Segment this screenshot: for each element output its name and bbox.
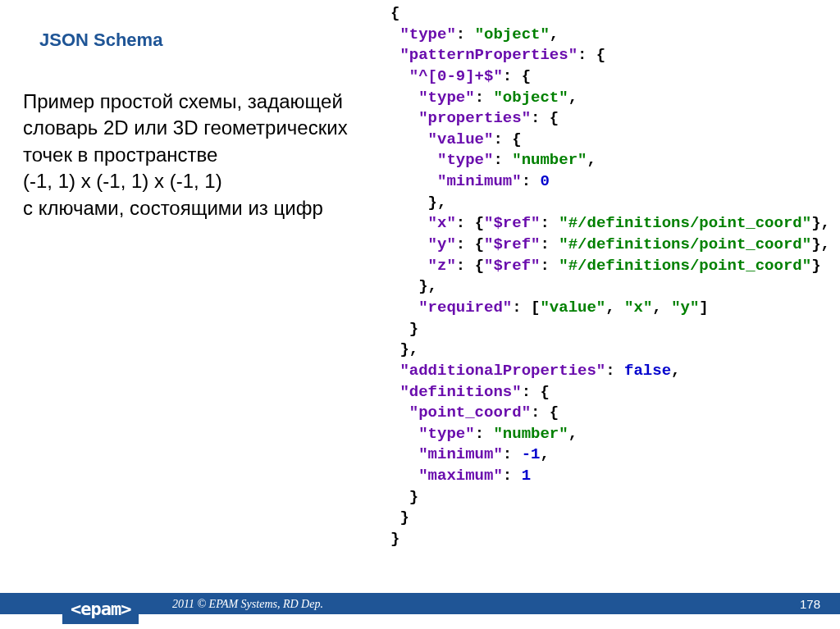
code-str: "object": [493, 89, 568, 107]
code-punct: :: [475, 89, 494, 107]
slide-title: JSON Schema: [39, 30, 162, 51]
code-punct: }: [390, 488, 418, 506]
code-punct: : {: [456, 257, 484, 275]
code-punct: },: [390, 277, 437, 295]
code-punct: },: [811, 214, 830, 232]
code-str: "x": [624, 299, 652, 317]
slide: JSON Schema Пример простой схемы, задающ…: [0, 0, 840, 629]
code-punct: :: [475, 425, 494, 443]
code-punct: : {: [456, 235, 484, 253]
code-line: {: [390, 4, 399, 22]
code-str: "object": [475, 25, 550, 43]
code-punct: :: [503, 445, 522, 463]
code-punct: ,: [540, 445, 549, 463]
code-key: "minimum": [390, 172, 522, 190]
code-key: "definitions": [390, 383, 522, 401]
code-key: "y": [390, 235, 456, 253]
code-punct: : {: [503, 67, 531, 85]
code-key: "properties": [390, 109, 531, 127]
epam-logo: <epam>: [62, 594, 139, 624]
code-punct: ,: [605, 299, 624, 317]
slide-description: Пример простой схемы, задающей словарь 2…: [23, 89, 368, 221]
code-key: "additionalProperties": [390, 362, 605, 380]
code-key: "^[0-9]+$": [390, 67, 503, 85]
code-punct: ,: [652, 299, 671, 317]
code-punct: : {: [456, 214, 484, 232]
code-key: "type": [390, 25, 456, 43]
code-num: 1: [522, 467, 531, 485]
code-punct: }: [811, 257, 820, 275]
code-lit: false: [624, 362, 671, 380]
code-punct: : {: [531, 109, 559, 127]
code-punct: : [: [512, 299, 540, 317]
code-punct: }: [390, 320, 418, 338]
code-punct: ,: [550, 25, 559, 43]
code-punct: ]: [699, 299, 708, 317]
code-key: "required": [390, 299, 512, 317]
code-str: "#/definitions/point_coord": [559, 214, 811, 232]
code-key: "x": [390, 214, 456, 232]
code-punct: : {: [578, 46, 605, 64]
code-punct: :: [522, 172, 541, 190]
code-punct: :: [605, 362, 624, 380]
code-str: "value": [540, 299, 605, 317]
copyright-text: 2011 © EPAM Systems, RD Dep.: [172, 598, 323, 611]
code-punct: }: [390, 530, 399, 548]
code-punct: ,: [568, 425, 578, 443]
code-key: "type": [390, 151, 493, 169]
code-str: "number": [493, 425, 568, 443]
code-punct: :: [540, 257, 559, 275]
code-punct: },: [811, 235, 830, 253]
code-num: -1: [522, 445, 541, 463]
description-text: Пример простой схемы, задающей словарь 2…: [23, 90, 348, 219]
code-punct: : {: [493, 130, 521, 148]
code-num: 0: [540, 172, 549, 190]
code-punct: }: [390, 508, 409, 526]
code-key: "type": [390, 89, 475, 107]
code-str: "number": [512, 151, 587, 169]
code-key: "$ref": [484, 235, 540, 253]
code-key: "type": [390, 425, 475, 443]
page-number: 178: [800, 597, 820, 611]
code-punct: },: [390, 340, 418, 358]
code-punct: ,: [671, 362, 680, 380]
code-punct: :: [540, 235, 559, 253]
code-punct: ,: [587, 151, 596, 169]
code-str: "#/definitions/point_coord": [559, 235, 811, 253]
code-str: "#/definitions/point_coord": [559, 257, 811, 275]
code-str: "y": [671, 299, 699, 317]
code-key: "z": [390, 257, 456, 275]
code-punct: },: [390, 194, 446, 212]
code-block: { "type": "object", "patternProperties":…: [390, 3, 830, 550]
code-key: "minimum": [390, 445, 503, 463]
code-punct: :: [540, 214, 559, 232]
code-key: "point_coord": [390, 403, 531, 422]
code-punct: :: [493, 151, 512, 169]
code-key: "$ref": [484, 257, 540, 275]
code-key: "maximum": [390, 467, 503, 485]
code-punct: : {: [522, 383, 550, 401]
code-punct: : {: [531, 403, 559, 422]
code-punct: :: [456, 25, 475, 43]
code-key: "patternProperties": [390, 46, 578, 64]
code-key: "value": [390, 130, 493, 148]
code-punct: :: [503, 467, 522, 485]
code-key: "$ref": [484, 214, 540, 232]
code-punct: ,: [568, 89, 578, 107]
